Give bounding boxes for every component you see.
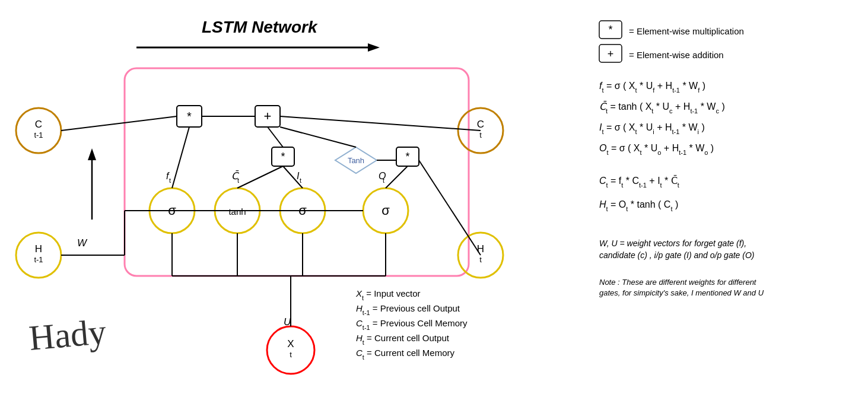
eq-ft: ft = σ ( Xt * Uf + Ht-1 * Wf ): [599, 81, 705, 94]
svg-text:H: H: [35, 243, 42, 255]
svg-text:*: *: [281, 151, 285, 163]
lstm-diagram: LSTM Network C t-1 C t H t-1 H t X t σ t…: [0, 0, 868, 394]
svg-text:t: t: [383, 177, 384, 184]
def-ht1: Ht-1 = Previous cell Output: [356, 303, 460, 316]
weights-note2: candidate (c) , i/p gate (I) and o/p gat…: [599, 250, 754, 260]
svg-text:t: t: [290, 350, 292, 359]
svg-text:C: C: [477, 119, 484, 130]
svg-line-52: [237, 166, 283, 188]
def-xt: Xt = Input vector: [355, 288, 421, 301]
svg-text:t: t: [479, 255, 482, 264]
svg-text:Tanh: Tanh: [348, 156, 364, 165]
eq-ot: Ot = σ ( Xt * Uo + Ht-1 * Wo ): [599, 143, 714, 156]
eq-ct-state: Ct = ft * Ct-1 + It * C̄t: [599, 175, 679, 189]
svg-line-46: [61, 116, 177, 131]
def-ht: Ht = Current cell Output: [356, 333, 450, 346]
svg-text:t: t: [300, 177, 301, 184]
svg-marker-65: [88, 148, 96, 160]
signature: Hady: [27, 312, 107, 358]
eq-ht-state: Ht = Ot * tanh ( Ct ): [599, 199, 678, 212]
weights-note: W, U = weight vectors for forget gate (f…: [599, 239, 746, 248]
svg-text:*: *: [405, 151, 409, 163]
svg-text:t: t: [479, 131, 482, 139]
svg-line-55: [419, 160, 481, 255]
svg-line-50: [268, 127, 283, 147]
svg-text:*: *: [187, 110, 192, 123]
svg-marker-1: [368, 43, 380, 52]
svg-text:t: t: [169, 177, 171, 184]
svg-line-54: [386, 166, 408, 188]
svg-line-49: [172, 127, 189, 188]
legend-add: = Element-wise addition: [629, 50, 724, 60]
svg-text:H: H: [477, 243, 484, 255]
note2: gates, for simpicity's sake, I mentioned…: [599, 288, 764, 297]
svg-line-56: [280, 127, 356, 147]
svg-text:tanh: tanh: [228, 206, 246, 217]
svg-text:t-1: t-1: [34, 255, 43, 264]
legend-multiply: = Element-wise multiplication: [629, 26, 744, 36]
svg-text:*: *: [608, 24, 612, 36]
eq-it: It = σ ( Xt * Ui + Ht-1 * Wi ): [599, 122, 705, 135]
eq-cbar: C̄t = tanh ( Xt * Uc + Ht-1 * Wc ): [599, 101, 725, 115]
def-ct: Ct = Current cell Memory: [356, 348, 455, 361]
title: LSTM Network: [202, 18, 318, 36]
svg-text:+: +: [264, 109, 272, 123]
svg-line-48: [280, 116, 481, 131]
note1: Note : These are different weights for d…: [599, 278, 757, 287]
svg-text:W: W: [77, 237, 88, 249]
svg-text:C: C: [35, 119, 42, 130]
svg-text:X: X: [287, 338, 294, 349]
svg-text:+: +: [608, 48, 614, 60]
svg-text:σ: σ: [381, 203, 390, 218]
svg-text:t: t: [237, 177, 239, 184]
def-ct1: Ct-1 = Previous Cell Memory: [356, 318, 468, 331]
svg-text:t-1: t-1: [34, 131, 43, 139]
